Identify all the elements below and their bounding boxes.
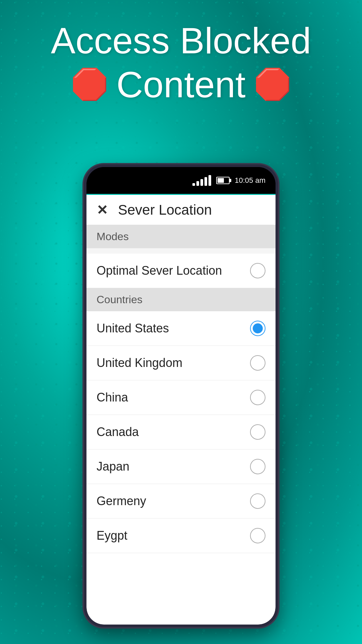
country-radio[interactable] bbox=[250, 459, 265, 474]
list-item[interactable]: Eygpt bbox=[86, 519, 276, 553]
header-section: Access Blocked 🛑 Content 🛑 bbox=[0, 20, 362, 105]
country-radio[interactable] bbox=[250, 390, 265, 405]
country-radio[interactable] bbox=[250, 321, 265, 336]
list-item[interactable]: Canada bbox=[86, 415, 276, 449]
close-button[interactable]: ✕ bbox=[97, 202, 108, 218]
country-radio[interactable] bbox=[250, 355, 265, 371]
header-line1: Access Blocked bbox=[0, 20, 362, 61]
toolbar: ✕ Sever Location bbox=[86, 195, 276, 225]
country-name: Canada bbox=[97, 425, 139, 439]
country-radio[interactable] bbox=[250, 424, 265, 440]
country-name: Japan bbox=[97, 460, 129, 474]
countries-section-header: Countries bbox=[86, 288, 276, 311]
list-item[interactable]: United Kingdom bbox=[86, 346, 276, 380]
list-item[interactable]: China bbox=[86, 380, 276, 415]
phone-mockup: 10:05 am ✕ Sever Location Modes Optimal … bbox=[84, 164, 278, 627]
phone-frame: 10:05 am ✕ Sever Location Modes Optimal … bbox=[84, 164, 278, 627]
status-time: 10:05 am bbox=[235, 176, 265, 185]
country-name: China bbox=[97, 390, 128, 405]
list-item[interactable]: Japan bbox=[86, 449, 276, 484]
phone-screen: 10:05 am ✕ Sever Location Modes Optimal … bbox=[86, 167, 276, 625]
status-bar: 10:05 am bbox=[86, 167, 276, 194]
stop-sign-left: 🛑 bbox=[69, 64, 110, 105]
list-item[interactable]: Germeny bbox=[86, 484, 276, 519]
toolbar-title: Sever Location bbox=[118, 202, 212, 218]
battery-icon bbox=[216, 177, 230, 184]
spacer1 bbox=[86, 248, 276, 254]
signal-icon bbox=[192, 175, 211, 186]
country-name: United States bbox=[97, 321, 169, 335]
optimal-location-radio[interactable] bbox=[250, 263, 265, 278]
stop-sign-right: 🛑 bbox=[252, 64, 293, 105]
list-item[interactable]: United States bbox=[86, 311, 276, 346]
country-radio[interactable] bbox=[250, 528, 265, 543]
app-content: ✕ Sever Location Modes Optimal Sever Loc… bbox=[86, 195, 276, 625]
optimal-location-item[interactable]: Optimal Sever Location bbox=[86, 254, 276, 288]
country-radio[interactable] bbox=[250, 493, 265, 509]
header-line2: Content bbox=[116, 64, 245, 105]
modes-section-header: Modes bbox=[86, 225, 276, 248]
optimal-location-label: Optimal Sever Location bbox=[97, 264, 222, 278]
country-name: Germeny bbox=[97, 494, 146, 508]
country-name: United Kingdom bbox=[97, 356, 182, 370]
country-name: Eygpt bbox=[97, 529, 127, 543]
